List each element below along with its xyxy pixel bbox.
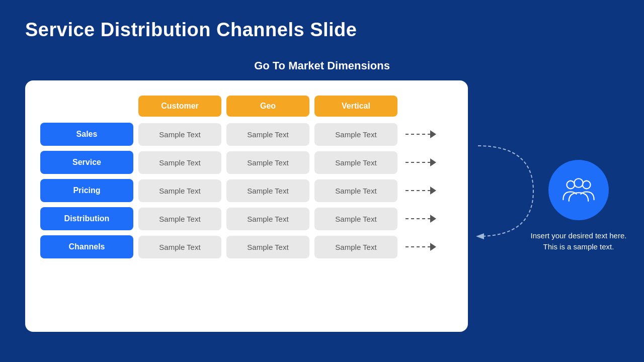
cell-channels-vertical: Sample Text <box>314 236 397 258</box>
group-people-icon <box>561 172 596 208</box>
right-panel-text: Insert your desired text here. This is a… <box>528 230 629 253</box>
row-label-pricing: Pricing <box>40 179 133 202</box>
cell-sales-vertical: Sample Text <box>314 123 397 146</box>
col-header-vertical: Vertical <box>314 96 397 117</box>
arrow-distribution <box>406 215 436 223</box>
arrow-service <box>406 158 436 166</box>
cell-pricing-customer: Sample Text <box>138 179 221 202</box>
slide-subtitle: Go To Market Dimensions <box>0 59 644 72</box>
row-sales: Sales Sample Text Sample Text Sample Tex… <box>40 123 453 146</box>
cell-service-customer: Sample Text <box>138 151 221 174</box>
arrow-sales <box>406 130 436 138</box>
cell-distribution-vertical: Sample Text <box>314 208 397 230</box>
row-label-sales: Sales <box>40 123 133 146</box>
cell-pricing-geo: Sample Text <box>226 179 309 202</box>
slide-title: Service Distribution Channels Slide <box>25 19 357 41</box>
row-distribution: Distribution Sample Text Sample Text Sam… <box>40 207 453 230</box>
row-pricing: Pricing Sample Text Sample Text Sample T… <box>40 179 453 202</box>
right-panel: Insert your desired text here. This is a… <box>528 80 629 332</box>
col-header-customer: Customer <box>138 96 221 117</box>
svg-point-1 <box>583 180 591 189</box>
header-row: Customer Geo Vertical <box>40 96 453 117</box>
arrow-pricing <box>406 187 436 195</box>
row-label-service: Service <box>40 151 133 174</box>
svg-point-2 <box>574 178 583 188</box>
cell-service-geo: Sample Text <box>226 151 309 174</box>
col-header-geo: Geo <box>226 96 309 117</box>
row-label-distribution: Distribution <box>40 207 133 230</box>
people-circle <box>548 160 609 220</box>
main-card: Customer Geo Vertical Sales Sample Text … <box>25 80 468 332</box>
cell-channels-customer: Sample Text <box>138 236 221 258</box>
svg-point-0 <box>567 180 575 189</box>
cell-pricing-vertical: Sample Text <box>314 179 397 202</box>
cell-channels-geo: Sample Text <box>226 236 309 258</box>
cell-sales-geo: Sample Text <box>226 123 309 146</box>
row-service: Service Sample Text Sample Text Sample T… <box>40 151 453 174</box>
cell-distribution-customer: Sample Text <box>138 208 221 230</box>
grid-container: Customer Geo Vertical Sales Sample Text … <box>40 96 453 317</box>
cell-service-vertical: Sample Text <box>314 151 397 174</box>
cell-sales-customer: Sample Text <box>138 123 221 146</box>
row-channels: Channels Sample Text Sample Text Sample … <box>40 235 453 258</box>
row-label-channels: Channels <box>40 235 133 258</box>
cell-distribution-geo: Sample Text <box>226 208 309 230</box>
arrow-channels <box>406 243 436 251</box>
